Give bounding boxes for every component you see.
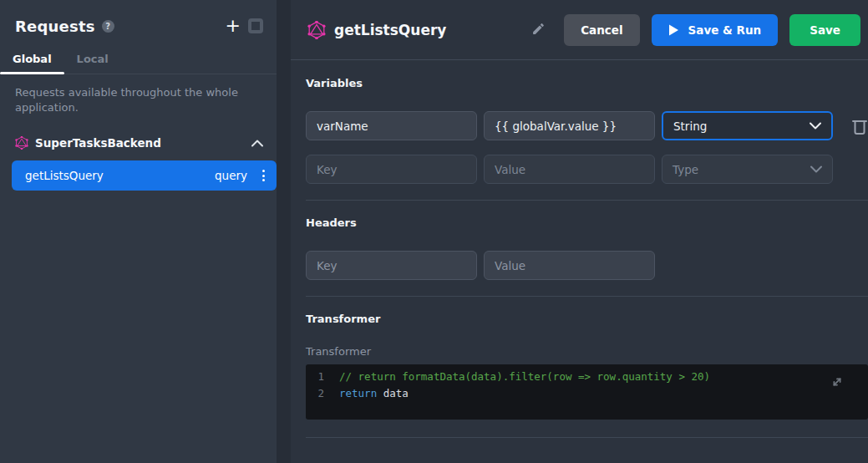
section-divider <box>306 296 868 297</box>
expand-editor-button[interactable] <box>830 374 845 392</box>
code-text: data <box>377 387 409 399</box>
editor-header: getListsQuery Cancel Save & Run Save <box>291 0 868 60</box>
header-row <box>306 251 868 280</box>
variable-row-empty: Type <box>306 155 868 184</box>
line-number: 2 <box>306 385 339 402</box>
delete-variable-button[interactable] <box>851 117 868 135</box>
add-request-icon[interactable]: + <box>226 17 241 35</box>
header-key-input[interactable] <box>306 251 477 280</box>
chevron-down-icon <box>810 120 821 132</box>
variable-row-filled: String <box>306 111 868 140</box>
request-type-badge: query <box>215 169 247 182</box>
variable-key-input[interactable] <box>306 155 477 184</box>
line-number: 1 <box>306 369 339 385</box>
sidebar-description: Requests available throughout the whole … <box>0 74 277 115</box>
section-divider <box>306 437 868 438</box>
scope-tabs: Global Local <box>0 45 277 74</box>
chevron-down-icon <box>810 163 822 176</box>
variable-type-select[interactable]: Type <box>662 155 833 184</box>
trash-icon <box>851 117 868 135</box>
datasource-name: SuperTasksBackend <box>35 136 161 150</box>
code-comment: // return formatData(data).filter(row =>… <box>339 369 710 385</box>
headers-heading: Headers <box>306 216 868 229</box>
request-editor: getListsQuery Cancel Save & Run Save Var… <box>291 0 868 463</box>
section-divider <box>306 200 868 201</box>
transformer-field-label: Transformer <box>306 345 868 358</box>
help-icon[interactable]: ? <box>102 20 114 33</box>
variable-value-input[interactable] <box>484 155 655 184</box>
graphql-icon <box>307 21 326 39</box>
variable-type-value: String <box>673 120 707 133</box>
collapse-panel-icon[interactable] <box>248 18 263 33</box>
graphql-icon <box>15 136 28 150</box>
variable-type-placeholder: Type <box>673 163 698 176</box>
sidebar-title: Requests <box>15 18 95 35</box>
transformer-code-editor[interactable]: 1 // return formatData(data).filter(row … <box>306 364 868 420</box>
editor-body: Variables String <box>291 60 868 454</box>
expand-icon <box>830 374 845 389</box>
code-line: 1 // return formatData(data).filter(row … <box>306 369 868 385</box>
code-keyword: return <box>339 387 377 399</box>
tab-local[interactable]: Local <box>64 45 121 74</box>
tab-global[interactable]: Global <box>0 45 64 74</box>
sidebar-header: Requests ? + <box>0 0 277 42</box>
header-value-input[interactable] <box>484 251 655 280</box>
request-list-item[interactable]: getListsQuery query <box>12 160 277 191</box>
transformer-heading: Transformer <box>306 313 868 325</box>
cancel-button[interactable]: Cancel <box>564 14 639 46</box>
chevron-up-icon[interactable] <box>251 137 263 150</box>
play-icon <box>668 24 678 36</box>
variables-heading: Variables <box>306 77 868 89</box>
request-menu-icon[interactable] <box>261 166 266 185</box>
code-line: 2 return data <box>306 385 868 402</box>
requests-sidebar: Requests ? + Global Local Requests avail… <box>0 0 277 463</box>
save-and-run-label: Save & Run <box>688 23 762 37</box>
save-and-run-button[interactable]: Save & Run <box>652 14 779 46</box>
variable-key-input[interactable] <box>306 111 477 140</box>
edit-name-icon[interactable] <box>531 22 546 38</box>
save-button[interactable]: Save <box>789 14 860 46</box>
variable-value-input[interactable] <box>484 111 655 140</box>
request-name: getListsQuery <box>25 169 104 182</box>
datasource-group[interactable]: SuperTasksBackend <box>0 136 277 150</box>
variable-type-select[interactable]: String <box>662 111 833 140</box>
page-title: getListsQuery <box>334 22 446 38</box>
